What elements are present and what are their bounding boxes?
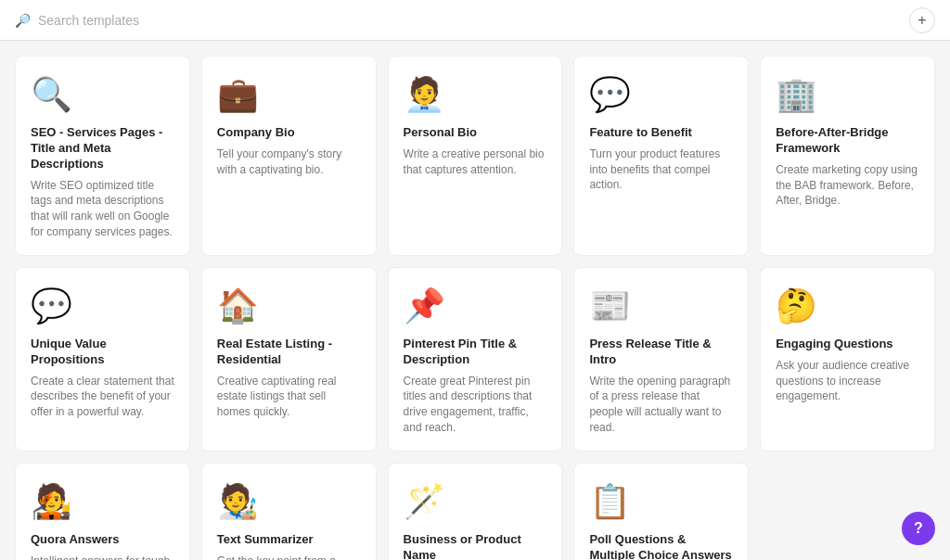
template-grid: 🔍SEO - Services Pages - Title and Meta D…	[15, 56, 935, 560]
card-description: Create marketing copy using the BAB fram…	[776, 162, 919, 209]
add-button[interactable]: +	[909, 7, 935, 33]
card-description: Write a creative personal bio that captu…	[404, 146, 547, 178]
template-card[interactable]: 🧑‍🎨Text SummarizerGet the key point from…	[201, 463, 377, 560]
template-card[interactable]: 📋Poll Questions & Multiple Choice Answer…	[573, 463, 749, 560]
card-title: Pinterest Pin Title & Description	[404, 337, 547, 368]
card-icon: 🏠	[217, 286, 361, 325]
card-description: Create a clear statement that describes …	[31, 374, 174, 420]
card-icon: 💼	[217, 75, 361, 114]
card-description: Create great Pinterest pin titles and de…	[404, 374, 547, 436]
card-icon: 🧑‍🎤	[31, 482, 174, 521]
card-icon: 🔍	[31, 75, 174, 114]
card-title: Business or Product Name	[404, 532, 547, 560]
card-title: SEO - Services Pages - Title and Meta De…	[31, 125, 174, 172]
card-icon: 📋	[589, 482, 733, 521]
card-title: Press Release Title & Intro	[589, 337, 733, 368]
template-card[interactable]: 🏠Real Estate Listing - ResidentialCreati…	[201, 267, 377, 452]
card-title: Engaging Questions	[776, 337, 919, 352]
card-icon: 🧑‍💼	[404, 75, 547, 114]
card-icon: 💬	[589, 75, 733, 114]
help-button[interactable]: ?	[902, 512, 935, 545]
card-icon: 📰	[589, 286, 733, 325]
card-title: Quora Answers	[31, 532, 174, 548]
card-title: Company Bio	[217, 125, 361, 141]
template-card[interactable]: 🔍SEO - Services Pages - Title and Meta D…	[15, 56, 190, 256]
card-title: Unique Value Propositions	[31, 337, 174, 368]
template-card[interactable]: 📰Press Release Title & IntroWrite the op…	[573, 267, 749, 452]
card-title: Feature to Benefit	[589, 125, 733, 141]
card-icon: 🪄	[404, 482, 547, 521]
card-description: Turn your product features into benefits…	[589, 146, 733, 193]
search-input[interactable]	[38, 13, 224, 28]
card-description: Intelligent answers for tough questions.	[31, 554, 174, 560]
card-icon: 🏢	[776, 75, 919, 114]
template-card[interactable]: 🤔Engaging QuestionsAsk your audience cre…	[760, 267, 935, 452]
search-container: 🔎	[15, 13, 224, 28]
card-description: Creative captivating real estate listing…	[217, 374, 361, 420]
template-card[interactable]: 🪄Business or Product NameGenerate a winn…	[388, 463, 563, 560]
card-icon: 🤔	[776, 286, 919, 325]
card-description: Ask your audience creative questions to …	[776, 358, 919, 404]
template-card[interactable]: 💬Unique Value PropositionsCreate a clear…	[15, 267, 190, 452]
template-card[interactable]: 🧑‍🎤Quora AnswersIntelligent answers for …	[15, 463, 190, 560]
card-title: Poll Questions & Multiple Choice Answers	[589, 532, 733, 560]
card-description: Get the key point from a piece of text.	[217, 554, 361, 560]
template-card[interactable]: 📌Pinterest Pin Title & DescriptionCreate…	[388, 267, 563, 452]
card-icon: 🧑‍🎨	[217, 482, 361, 521]
card-icon: 📌	[404, 286, 547, 325]
card-description: Write SEO optimized title tags and meta …	[31, 178, 174, 240]
card-title: Personal Bio	[404, 125, 547, 141]
template-card[interactable]: 💬Feature to BenefitTurn your product fea…	[573, 56, 749, 256]
template-card[interactable]: 🏢Before-After-Bridge FrameworkCreate mar…	[760, 56, 935, 256]
card-title: Before-After-Bridge Framework	[776, 125, 919, 157]
card-description: Write the opening paragraph of a press r…	[589, 374, 733, 436]
card-icon: 💬	[31, 286, 174, 325]
card-description: Tell your company's story with a captiva…	[217, 146, 361, 178]
header: 🔎 +	[0, 0, 950, 41]
content-area: 🔍SEO - Services Pages - Title and Meta D…	[0, 41, 950, 560]
template-card[interactable]: 💼Company BioTell your company's story wi…	[201, 56, 377, 256]
template-card[interactable]: 🧑‍💼Personal BioWrite a creative personal…	[388, 56, 563, 256]
search-icon: 🔎	[15, 13, 31, 28]
card-title: Text Summarizer	[217, 532, 361, 548]
card-title: Real Estate Listing - Residential	[217, 337, 361, 368]
